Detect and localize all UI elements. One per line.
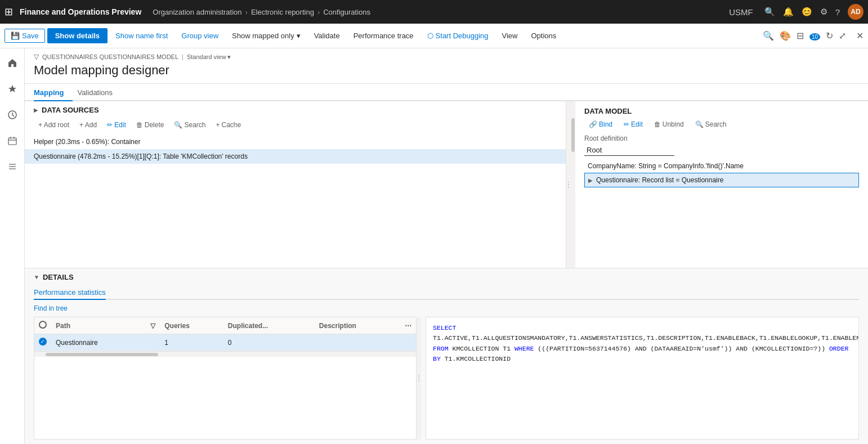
help-icon[interactable]: ? (835, 7, 840, 17)
settings-icon[interactable]: ⚙ (820, 7, 827, 17)
datasources-toolbar: + Add root + Add ✏ Edit 🗑 Delete 🔍 Searc… (25, 119, 566, 134)
row-checkbox[interactable] (39, 338, 47, 346)
filter-icon[interactable]: ▽ (34, 53, 39, 61)
save-button[interactable]: 💾 Save (5, 29, 45, 43)
col-duplicated: Duplicated... (223, 317, 315, 334)
palette-icon[interactable]: 🎨 (780, 30, 791, 41)
notification-icon[interactable]: 🔔 (783, 7, 794, 17)
show-details-button[interactable]: Show details (47, 28, 108, 43)
drag-handle[interactable] (566, 101, 571, 268)
debug-icon: ⬡ (427, 32, 433, 40)
options-label: Options (531, 32, 557, 40)
find-in-tree-link[interactable]: Find in tree (34, 304, 859, 312)
view-label: View (502, 32, 518, 40)
row-path: Questionnaire (51, 334, 146, 351)
vertical-drag-handle[interactable]: ⋮ (417, 317, 421, 439)
add-root-button[interactable]: + Add root (34, 119, 74, 131)
sidebar-item-list[interactable] (2, 156, 23, 177)
row-check[interactable] (34, 334, 51, 351)
details-collapse-icon[interactable]: ▼ (34, 274, 39, 280)
breadcrumb-org[interactable]: Organization administration (153, 8, 241, 16)
sidebar-item-recent[interactable] (2, 105, 23, 125)
header-checkbox[interactable] (39, 321, 47, 329)
row-duplicated: 0 (223, 334, 315, 351)
delete-button[interactable]: 🗑 Delete (132, 119, 169, 131)
expand-icon[interactable]: ⤢ (839, 30, 846, 41)
bind-button[interactable]: 🔗 Bind (584, 119, 617, 130)
sidebar-item-calendar[interactable] (2, 131, 23, 151)
tab-mapping[interactable]: Mapping (34, 84, 73, 101)
expand-arrow-icon[interactable]: ▶ (34, 107, 38, 113)
cache-button[interactable]: + Cache (211, 119, 245, 131)
content-area: ▽ QUESTIONNAIRES QUESTIONNAIRES MODEL | … (25, 48, 868, 444)
horizontal-scrollbar-thumb (46, 353, 158, 356)
datasource-helper-label: Helper (20.3ms - 0.65%): Container (34, 138, 140, 146)
show-name-first-label: Show name first (115, 32, 168, 40)
page-header: ▽ QUESTIONNAIRES QUESTIONNAIRES MODEL | … (25, 48, 868, 84)
refresh-icon[interactable]: ↻ (826, 30, 833, 41)
start-debugging-button[interactable]: ⬡ Start Debugging (422, 28, 494, 43)
breadcrumb-sep-1: › (245, 8, 248, 16)
search-button[interactable]: 🔍 Search (169, 119, 210, 131)
badge-icon[interactable]: 10 (809, 31, 820, 41)
breadcrumb-er[interactable]: Electronic reporting (251, 8, 314, 16)
details-tabs: Performance statistics (34, 286, 859, 300)
tab-validations[interactable]: Validations (77, 84, 122, 101)
row-queries: 1 (160, 334, 223, 351)
dm-search-button[interactable]: 🔍 Search (691, 119, 731, 130)
dm-toolbar: 🔗 Bind ✏ Edit 🗑 Unbind 🔍 (584, 119, 859, 130)
sidebar-item-home[interactable] (2, 53, 23, 73)
details-header[interactable]: ▼ DETAILS (34, 273, 859, 281)
view-button[interactable]: View (496, 28, 524, 43)
col-filter-icon[interactable]: ▽ (146, 317, 160, 334)
view-dropdown[interactable]: Standard view ▾ (187, 53, 231, 61)
sidebar-item-favorites[interactable] (2, 79, 23, 99)
dm-item-companyname[interactable]: CompanyName: String = CompanyInfo.'find(… (584, 159, 859, 173)
datasource-item-helper[interactable]: Helper (20.3ms - 0.65%): Container (25, 134, 566, 149)
sql-where-clause: (((PARTITION=5637144576) AND (DATAAREAID… (538, 345, 829, 352)
close-button[interactable]: ✕ (856, 30, 863, 41)
avatar[interactable]: AD (848, 4, 863, 20)
search-toolbar-icon[interactable]: 🔍 (763, 30, 774, 41)
validate-button[interactable]: Validate (308, 28, 346, 43)
row-more (400, 334, 416, 351)
add-button[interactable]: + Add (75, 119, 101, 131)
split-icon[interactable]: ⊟ (797, 30, 804, 41)
tab-performance-statistics[interactable]: Performance statistics (34, 286, 106, 300)
sql-keyword-select: SELECT (433, 324, 456, 331)
options-button[interactable]: Options (526, 28, 562, 43)
unbind-button[interactable]: 🗑 Unbind (650, 119, 688, 130)
expand-arrow-icon[interactable]: ▶ (588, 177, 593, 183)
datasource-item-questionnaire[interactable]: Questionnaire (478.2ms - 15.25%)[1][Q:1]… (25, 149, 566, 164)
left-pane: ▶ DATA SOURCES + Add root + Add ✏ Edit 🗑… (25, 101, 566, 268)
datasources-list: Helper (20.3ms - 0.65%): Container Quest… (25, 134, 566, 268)
toolbar-right-icons: 🔍 🎨 ⊟ 10 ↻ ⤢ ✕ (763, 30, 863, 41)
group-view-button[interactable]: Group view (176, 28, 224, 43)
show-details-label: Show details (55, 32, 100, 40)
breadcrumb-pipe: | (182, 53, 184, 60)
performance-trace-button[interactable]: Performance trace (348, 28, 419, 43)
page-breadcrumb: ▽ QUESTIONNAIRES QUESTIONNAIRES MODEL | … (34, 53, 859, 61)
show-name-first-button[interactable]: Show name first (110, 28, 173, 43)
sql-content: T1.ACTIVE,T1.ALLQUESTIONSMANDATORY,T1.AN… (433, 334, 859, 342)
dm-header: DATA MODEL 🔗 Bind ✏ Edit 🗑 Unbind (575, 101, 868, 159)
search-icon[interactable]: 🔍 (764, 7, 775, 17)
vertical-scrollbar[interactable] (571, 101, 575, 268)
show-mapped-only-button[interactable]: Show mapped only ▾ (226, 28, 306, 43)
root-def-input[interactable] (584, 145, 674, 156)
breadcrumb: Organization administration › Electronic… (153, 8, 729, 16)
dm-item-questionnaire[interactable]: ▶ Questionnaire: Record list = Questionn… (584, 173, 859, 187)
tab-row: Mapping Validations (25, 84, 868, 101)
col-more[interactable]: ⋯ (400, 317, 416, 334)
edit-button[interactable]: ✏ Edit (102, 119, 131, 131)
horizontal-scrollbar[interactable] (34, 351, 416, 357)
sql-keyword-where: WHERE (514, 345, 534, 352)
breadcrumb-config[interactable]: Configurations (323, 8, 370, 16)
right-pane: DATA MODEL 🔗 Bind ✏ Edit 🗑 Unbind (575, 101, 868, 268)
table-row[interactable]: Questionnaire 1 0 (34, 334, 416, 351)
dm-edit-button[interactable]: ✏ Edit (619, 119, 647, 130)
app-grid-icon[interactable]: ⊞ (5, 6, 13, 18)
sql-output-box: SELECT T1.ACTIVE,T1.ALLQUESTIONSMANDATOR… (426, 317, 859, 439)
smiley-icon[interactable]: 😊 (802, 7, 812, 17)
app-title: Finance and Operations Preview (20, 7, 141, 16)
